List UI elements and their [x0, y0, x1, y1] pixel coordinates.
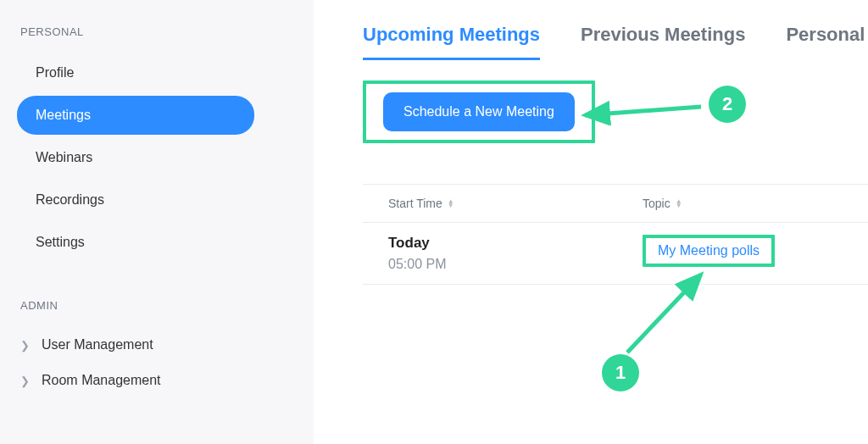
- chevron-right-icon: ❯: [20, 375, 30, 386]
- sidebar-item-label: User Management: [42, 337, 153, 352]
- cell-start-time: Today 05:00 PM: [388, 235, 643, 272]
- column-header-label: Topic: [643, 197, 670, 210]
- highlight-box-topic: My Meeting polls: [643, 235, 775, 267]
- tab-previous-meetings[interactable]: Previous Meetings: [581, 24, 745, 60]
- sidebar-item-room-management[interactable]: ❯ Room Management: [17, 363, 297, 398]
- sort-icon: ▲▼: [676, 199, 682, 208]
- sidebar-item-label: Profile: [36, 65, 74, 80]
- cell-topic: My Meeting polls: [643, 235, 860, 272]
- sidebar-item-webinars[interactable]: Webinars: [17, 138, 297, 177]
- sidebar-item-meetings[interactable]: Meetings: [17, 96, 254, 135]
- table-header: Start Time ▲▼ Topic ▲▼: [363, 185, 868, 223]
- tab-personal-meeting[interactable]: Personal M: [786, 24, 868, 60]
- meetings-table: Start Time ▲▼ Topic ▲▼ Today 05:00 PM My…: [363, 184, 868, 285]
- table-row: Today 05:00 PM My Meeting polls: [363, 223, 868, 284]
- highlight-box-schedule: Schedule a New Meeting: [363, 80, 595, 143]
- sidebar-item-label: Settings: [36, 235, 85, 250]
- arrow-icon: [578, 92, 705, 125]
- section-label-admin: ADMIN: [17, 299, 297, 312]
- sidebar-item-label: Webinars: [36, 150, 92, 165]
- sidebar-item-label: Room Management: [42, 373, 161, 388]
- sidebar-item-label: Meetings: [36, 108, 91, 123]
- sidebar-item-user-management[interactable]: ❯ User Management: [17, 327, 297, 363]
- start-time: 05:00 PM: [388, 257, 643, 272]
- sidebar: PERSONAL Profile Meetings Webinars Recor…: [0, 0, 314, 444]
- svg-line-0: [585, 107, 701, 115]
- chevron-right-icon: ❯: [20, 340, 30, 351]
- section-label-personal: PERSONAL: [17, 25, 297, 38]
- sidebar-item-label: Recordings: [36, 192, 104, 208]
- start-day: Today: [388, 235, 643, 252]
- column-header-label: Start Time: [388, 197, 442, 210]
- column-header-topic[interactable]: Topic ▲▼: [643, 197, 860, 210]
- sidebar-item-profile[interactable]: Profile: [17, 53, 297, 92]
- svg-line-1: [627, 275, 701, 352]
- sidebar-item-recordings[interactable]: Recordings: [17, 180, 297, 219]
- annotation-badge-2: 2: [709, 86, 746, 123]
- annotation-badge-1: 1: [602, 354, 639, 391]
- column-header-start-time[interactable]: Start Time ▲▼: [388, 197, 643, 210]
- meeting-topic-link[interactable]: My Meeting polls: [658, 243, 760, 258]
- schedule-new-meeting-button[interactable]: Schedule a New Meeting: [383, 92, 575, 131]
- tabs: Upcoming Meetings Previous Meetings Pers…: [363, 24, 868, 60]
- main-content: Upcoming Meetings Previous Meetings Pers…: [314, 0, 868, 444]
- sidebar-item-settings[interactable]: Settings: [17, 223, 297, 262]
- tab-upcoming-meetings[interactable]: Upcoming Meetings: [363, 24, 540, 60]
- sort-icon: ▲▼: [448, 199, 454, 208]
